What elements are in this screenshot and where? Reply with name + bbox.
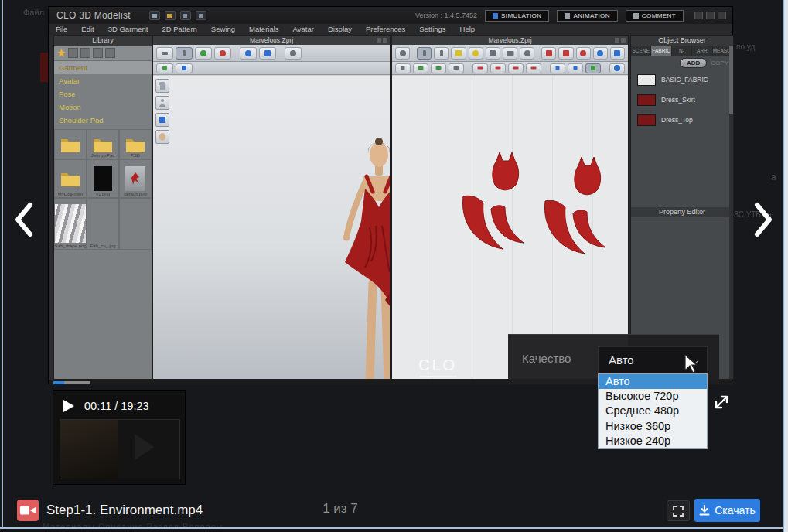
texture-edit-icon[interactable]: [609, 63, 625, 73]
library-item-garment[interactable]: Garment: [54, 61, 152, 74]
select-tool-icon[interactable]: [176, 47, 193, 60]
pin-tool-icon[interactable]: [259, 47, 276, 60]
select-pattern-icon[interactable]: [417, 47, 432, 60]
simulate-on-icon[interactable]: [195, 47, 212, 60]
video-thumbnail[interactable]: [60, 419, 180, 479]
internal-polygon-icon[interactable]: [558, 47, 573, 60]
fabric-row[interactable]: Dress_Top: [631, 110, 733, 130]
menu-display[interactable]: Display: [321, 24, 359, 35]
library-thumb-image[interactable]: Fab_drape.png: [54, 198, 87, 250]
menu-help[interactable]: Help: [453, 24, 483, 35]
window-3d-controls[interactable]: [377, 38, 387, 43]
menu-avatar[interactable]: Avatar: [286, 24, 321, 35]
comment-button[interactable]: COMMENT: [626, 10, 684, 22]
library-view-icon[interactable]: [105, 48, 115, 58]
library-add-icon[interactable]: [80, 48, 90, 58]
expand-icon[interactable]: [712, 393, 731, 411]
window-controls[interactable]: [694, 12, 726, 19]
head-display-icon[interactable]: [155, 130, 169, 144]
library-thumb-folder[interactable]: MyDolFmen: [54, 159, 87, 197]
history-dropdown-icon[interactable]: [156, 47, 173, 60]
library-thumb-image[interactable]: Fab_cu_.jpg: [87, 198, 119, 250]
tab-scene[interactable]: SCENE: [631, 46, 651, 56]
seam-tape-icon[interactable]: [472, 63, 488, 73]
menu-edit[interactable]: Edit: [74, 24, 101, 35]
tab-n-point[interactable]: N-POINT: [672, 46, 692, 56]
annotate-icon[interactable]: [568, 63, 583, 73]
quality-option-360[interactable]: Низкое 360p: [599, 419, 707, 434]
fabric-row[interactable]: Dress_Skirt: [631, 90, 733, 110]
wind-tool-icon[interactable]: [285, 47, 302, 60]
menu-materials[interactable]: Materials: [242, 24, 286, 35]
sew-check-icon[interactable]: [449, 63, 464, 73]
shirring-icon[interactable]: [508, 63, 524, 73]
library-thumb-image[interactable]: v1.png: [87, 159, 119, 197]
save-icon[interactable]: [149, 11, 160, 20]
simulation-button[interactable]: SIMULATION: [485, 10, 549, 22]
tab-arr[interactable]: ARR: [692, 46, 712, 56]
animation-button[interactable]: ANIMATION: [557, 10, 617, 22]
quality-option-720[interactable]: Высокое 720p: [599, 389, 707, 404]
library-item-pose[interactable]: Pose: [54, 87, 152, 101]
sync-icon[interactable]: [395, 47, 410, 60]
quality-option-240[interactable]: Низкое 240p: [599, 434, 707, 448]
fullscreen-button[interactable]: [667, 500, 690, 521]
copy-fabric-button[interactable]: COPY: [711, 60, 728, 66]
next-arrow-button[interactable]: [752, 201, 775, 238]
library-item-motion[interactable]: Motion: [54, 101, 152, 114]
menu-file[interactable]: File: [49, 24, 74, 35]
object-browser-scrollbar[interactable]: [729, 46, 733, 379]
library-thumb-image[interactable]: default.png: [119, 159, 152, 197]
polygon-tool-icon[interactable]: [486, 47, 500, 60]
pattern-color-icon[interactable]: [585, 63, 601, 73]
fabric-row[interactable]: BASIC_FABRIC: [631, 70, 733, 90]
simulate-off-icon[interactable]: [214, 47, 231, 60]
quality-option-auto[interactable]: Авто: [599, 374, 707, 389]
favorite-star-icon[interactable]: [57, 49, 66, 57]
library-item-avatar[interactable]: Avatar: [54, 74, 152, 87]
sew-free-icon[interactable]: [431, 63, 446, 73]
move-gizmo-icon[interactable]: [240, 47, 257, 60]
library-edit-icon[interactable]: [93, 48, 103, 58]
pleat-icon[interactable]: [526, 63, 541, 73]
menu-sewing[interactable]: Sewing: [204, 24, 242, 35]
avatar-display-icon[interactable]: [155, 96, 169, 110]
open-folder-icon[interactable]: [165, 11, 176, 20]
window-3d-titlebar[interactable]: Marvelous.Zprj: [153, 36, 390, 45]
grade-icon[interactable]: [550, 63, 565, 73]
sew-segment-icon[interactable]: [413, 63, 428, 73]
play-icon[interactable]: [63, 400, 74, 412]
menu-3d-garment[interactable]: 3D Garment: [101, 24, 155, 35]
elastic-icon[interactable]: [490, 63, 506, 73]
prev-arrow-button[interactable]: [12, 201, 36, 238]
dart-tool-icon[interactable]: [541, 47, 556, 60]
internal-circle-icon[interactable]: [576, 47, 591, 60]
pin-2d-icon[interactable]: [395, 63, 411, 73]
menu-2d-pattern[interactable]: 2D Pattern: [155, 24, 203, 35]
pattern-display-icon[interactable]: [155, 113, 169, 127]
window-2d-titlebar[interactable]: Marvelous.Zprj: [392, 36, 628, 45]
garment-display-icon[interactable]: [155, 79, 169, 93]
quality-option-480[interactable]: Среднее 480p: [599, 404, 707, 418]
undo-icon[interactable]: [180, 11, 191, 20]
circle-tool-icon[interactable]: [520, 47, 534, 60]
edit-pattern-icon[interactable]: [434, 47, 449, 60]
library-thumb-folder[interactable]: Jenny.zPac: [87, 129, 119, 159]
window-2d-controls[interactable]: [615, 38, 626, 43]
add-fabric-button[interactable]: ADD: [680, 58, 707, 68]
video-frame[interactable]: CLO 3D Modelist Version : 1.4.5.7452 SIM…: [48, 6, 733, 384]
download-button[interactable]: Скачать: [694, 499, 760, 522]
library-thumb-folder[interactable]: PSD: [119, 129, 152, 159]
tab-fabric[interactable]: FABRIC: [651, 46, 671, 56]
rectangle-tool-icon[interactable]: [503, 47, 517, 60]
show-avatar-icon[interactable]: [176, 63, 193, 73]
texture-tool-icon[interactable]: [610, 47, 625, 60]
mini-player[interactable]: 00:11 / 19:23: [53, 390, 186, 485]
viewport-3d[interactable]: [153, 76, 390, 379]
buttonhole-tool-icon[interactable]: [593, 47, 608, 60]
redo-icon[interactable]: [196, 11, 206, 20]
show-garment-icon[interactable]: [156, 63, 173, 73]
library-item-shoulder-pad[interactable]: Shoulder Pad: [54, 114, 152, 127]
library-thumb-folder[interactable]: [54, 129, 87, 159]
library-back-icon[interactable]: [68, 48, 78, 58]
